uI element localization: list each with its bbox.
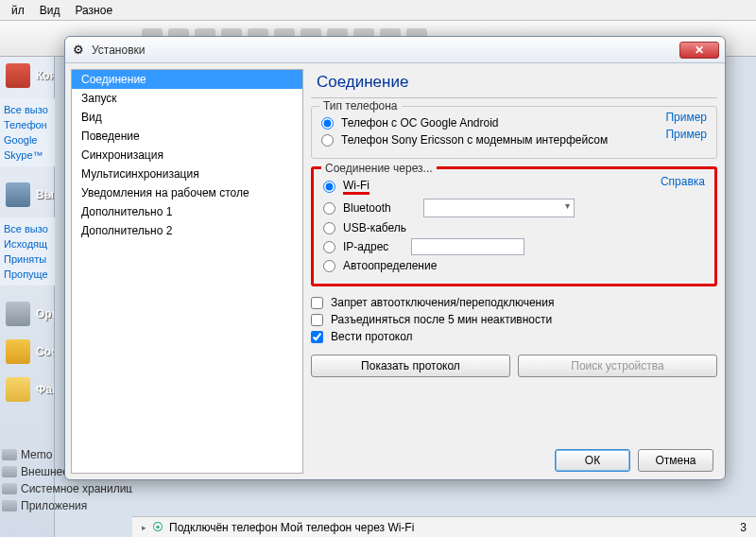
close-icon: ✕ bbox=[695, 43, 704, 57]
check-label: Вести протокол bbox=[331, 330, 413, 343]
category-item[interactable]: Уведомления на рабочем столе bbox=[72, 183, 302, 202]
example-link[interactable]: Пример bbox=[665, 128, 707, 141]
radio-label: USB-кабель bbox=[343, 221, 406, 234]
sidebar-item-files[interactable]: Фай bbox=[0, 371, 54, 408]
settings-panel: Соединение Тип телефона Пример Пример Те… bbox=[303, 63, 725, 479]
list-item[interactable]: Приложения bbox=[0, 497, 132, 514]
show-log-button[interactable]: Показать протокол bbox=[311, 355, 510, 377]
connection-via-group: Соединение через... Справка Wi-Fi Blueto… bbox=[311, 166, 717, 286]
sidebar-item-label: Фай bbox=[36, 383, 54, 396]
group-title: Соединение через... bbox=[321, 162, 437, 175]
link[interactable]: Пропуще bbox=[4, 267, 55, 282]
radio-sony[interactable] bbox=[321, 134, 334, 147]
expand-icon[interactable]: ▸ bbox=[142, 523, 146, 532]
check-no-auto-disconnect[interactable] bbox=[311, 297, 323, 309]
menubar: йл Вид Разное bbox=[0, 0, 756, 21]
ip-input[interactable] bbox=[411, 238, 524, 255]
menu-view[interactable]: Вид bbox=[32, 4, 68, 17]
group-title: Тип телефона bbox=[319, 99, 402, 113]
phone-type-group: Тип телефона Пример Пример Телефон с ОС … bbox=[311, 106, 717, 159]
status-text: Подключён телефон Мой телефон через Wi-F… bbox=[169, 521, 414, 534]
settings-icon: ⚙ bbox=[71, 43, 86, 58]
radio-label: Телефон с ОС Google Android bbox=[341, 116, 499, 130]
dialog-footer: ОК Отмена bbox=[555, 449, 713, 472]
radio-label-wifi: Wi-Fi bbox=[343, 179, 369, 195]
status-bar: ▸ ⦿ Подключён телефон Мой телефон через … bbox=[132, 516, 756, 537]
call-links: Все вызо Исходящ Приняты Пропуще bbox=[0, 217, 55, 286]
sidebar-item-label: Выз bbox=[36, 188, 54, 201]
mail-icon bbox=[6, 339, 30, 364]
radio-label: Bluetooth bbox=[343, 201, 391, 215]
dialog-title: Установки bbox=[92, 43, 679, 57]
list-item-label: Memo bbox=[21, 448, 52, 461]
menu-misc[interactable]: Разное bbox=[67, 4, 120, 17]
category-item-connection[interactable]: Соединение bbox=[72, 70, 302, 89]
contacts-icon bbox=[6, 63, 30, 88]
status-badge: 3 bbox=[740, 521, 747, 534]
drive-icon bbox=[2, 449, 17, 460]
sidebar-item-contacts[interactable]: Кон bbox=[0, 57, 54, 95]
check-log[interactable] bbox=[311, 331, 323, 343]
drive-icon bbox=[2, 483, 17, 494]
check-disconnect-5min[interactable] bbox=[311, 314, 323, 326]
menu-file[interactable]: йл bbox=[4, 4, 32, 17]
radio-ip[interactable] bbox=[323, 241, 335, 253]
radio-auto[interactable] bbox=[323, 260, 335, 272]
category-item[interactable]: Дополнительно 1 bbox=[72, 202, 302, 221]
category-item[interactable]: Дополнительно 2 bbox=[72, 221, 302, 240]
link[interactable]: Телефон bbox=[4, 117, 55, 132]
radio-wifi[interactable] bbox=[323, 181, 335, 193]
cancel-button[interactable]: Отмена bbox=[638, 449, 713, 472]
example-link[interactable]: Пример bbox=[665, 111, 707, 124]
close-button[interactable]: ✕ bbox=[679, 42, 719, 59]
organizer-icon bbox=[6, 302, 30, 326]
drive-icon bbox=[2, 466, 17, 477]
category-item[interactable]: Вид bbox=[72, 108, 302, 127]
category-item[interactable]: Поведение bbox=[72, 127, 302, 146]
link[interactable]: Skype™ bbox=[4, 147, 55, 163]
radio-usb[interactable] bbox=[323, 222, 335, 234]
sidebar-item-organizer[interactable]: Орг bbox=[0, 295, 54, 333]
link[interactable]: Все вызо bbox=[4, 221, 55, 236]
list-item-label: Приложения bbox=[21, 499, 87, 512]
category-list[interactable]: Соединение Запуск Вид Поведение Синхрони… bbox=[71, 69, 303, 474]
check-label: Запрет автоотключения/переподключения bbox=[331, 296, 554, 309]
ok-button[interactable]: ОК bbox=[555, 449, 630, 472]
category-item[interactable]: Синхронизация bbox=[72, 146, 302, 165]
sidebar-item-calls[interactable]: Выз bbox=[0, 176, 54, 214]
radio-android[interactable] bbox=[321, 117, 334, 130]
help-link[interactable]: Справка bbox=[661, 175, 705, 188]
radio-label: Автоопределение bbox=[343, 259, 437, 272]
check-label: Разъединяться после 5 мин неактивности bbox=[331, 313, 552, 326]
contact-links: Все вызо Телефон Google Skype™ bbox=[0, 98, 55, 166]
folder-icon bbox=[6, 377, 30, 402]
titlebar: ⚙ Установки ✕ bbox=[65, 37, 725, 63]
drive-icon bbox=[2, 500, 17, 511]
link[interactable]: Исходящ bbox=[4, 236, 55, 251]
wifi-icon: ⦿ bbox=[152, 521, 163, 534]
sidebar-item-label: Кон bbox=[36, 69, 54, 82]
settings-dialog: ⚙ Установки ✕ Соединение Запуск Вид Пове… bbox=[64, 36, 726, 480]
link[interactable]: Приняты bbox=[4, 251, 55, 267]
phone-icon bbox=[6, 182, 30, 207]
sidebar-item-label: Орг bbox=[36, 307, 54, 320]
link[interactable]: Google bbox=[4, 132, 55, 147]
category-item[interactable]: Мультисинхронизация bbox=[72, 165, 302, 183]
list-item-label: Системное хранилище bbox=[21, 482, 132, 495]
sidebar-item-messages[interactable]: Соо bbox=[0, 333, 54, 371]
list-item[interactable]: Системное хранилище bbox=[0, 480, 132, 497]
panel-heading: Соединение bbox=[311, 69, 717, 98]
radio-label: IP-адрес bbox=[343, 240, 388, 253]
category-item[interactable]: Запуск bbox=[72, 89, 302, 108]
radio-bluetooth[interactable] bbox=[323, 202, 335, 215]
sidebar-item-label: Соо bbox=[36, 345, 54, 358]
search-device-button: Поиск устройства bbox=[518, 355, 717, 377]
bluetooth-select[interactable] bbox=[423, 199, 575, 217]
radio-label: Телефон Sony Ericsson с модемным интерфе… bbox=[341, 133, 608, 147]
link[interactable]: Все вызо bbox=[4, 102, 55, 117]
